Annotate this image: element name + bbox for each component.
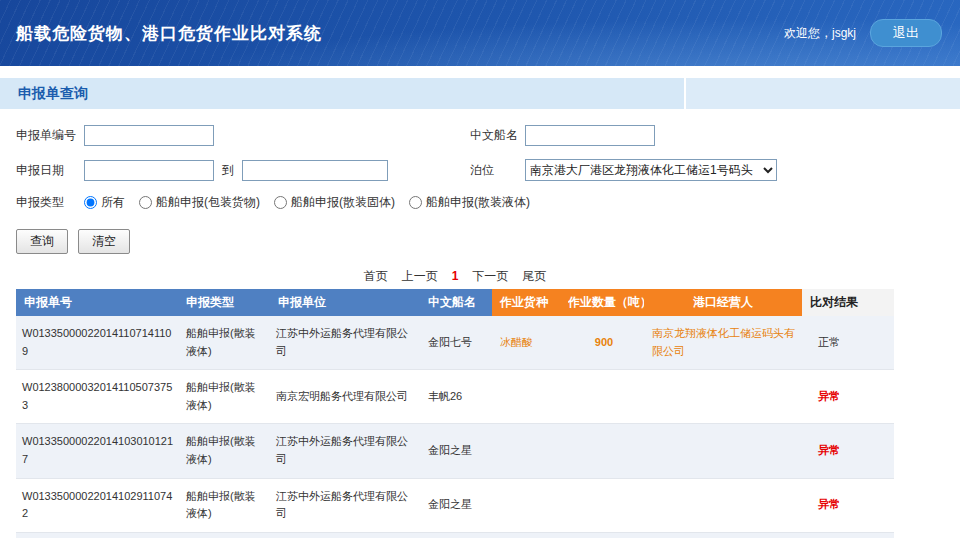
result-cell: 异常	[802, 478, 894, 532]
table-row: W012380000320141105073753 船舶申报(散装液体) 南京宏…	[16, 370, 894, 424]
cell-ship-name: 金阳之星	[420, 424, 492, 478]
query-form: 申报单编号 中文船名 申报日期 到 泊位 南京港大厂港区龙翔液体化工储运1号码头…	[0, 109, 960, 211]
page-prev-link[interactable]: 上一页	[402, 269, 438, 283]
date-to-label: 到	[222, 162, 234, 179]
cell-cargo-type: 甲醇	[492, 532, 568, 538]
cell-decl-type: 船舶申报(散装液体)	[178, 478, 270, 532]
radio-all[interactable]	[84, 196, 97, 209]
header-cargo-qty: 作业数量（吨）	[568, 289, 644, 316]
cell-cargo-qty: 900	[568, 316, 644, 370]
date-label: 申报日期	[16, 162, 84, 179]
table-row: W013350000220141030101217 船舶申报(散装液体) 江苏中…	[16, 424, 894, 478]
table-header-row: 申报单号 申报类型 申报单位 中文船名 作业货种 作业数量（吨） 港口经营人 比…	[16, 289, 894, 316]
pagination: 首页上一页1下一页尾页	[16, 268, 894, 285]
page-first-link[interactable]: 首页	[364, 269, 388, 283]
table-row: W013350000220141029110742 船舶申报(散装液体) 江苏中…	[16, 478, 894, 532]
decl-type-label: 申报类型	[16, 194, 84, 211]
cell-decl-no: W012380000320141105073753	[16, 370, 178, 424]
cell-decl-no: W013350000220141029110742	[16, 478, 178, 532]
header-decl-type: 申报类型	[178, 289, 270, 316]
clear-button[interactable]: 清空	[78, 229, 130, 254]
header-decl-unit: 申报单位	[270, 289, 420, 316]
header-decl-no: 申报单号	[16, 289, 178, 316]
decl-type-option-packaged[interactable]: 船舶申报(包装货物)	[139, 194, 260, 211]
decl-type-radio-group: 所有 船舶申报(包装货物) 船舶申报(散装固体) 船舶申报(散装液体)	[84, 194, 530, 211]
cell-decl-type: 船舶申报(散装液体)	[178, 532, 270, 538]
cell-cargo-qty	[568, 370, 644, 424]
app-title: 船载危险货物、港口危货作业比对系统	[16, 22, 322, 45]
ship-name-group: 中文船名	[470, 125, 655, 146]
radio-bulk-solid[interactable]	[274, 196, 287, 209]
radio-bulk-liquid-label: 船舶申报(散装液体)	[426, 194, 530, 211]
cell-port-operator	[644, 478, 802, 532]
query-button[interactable]: 查询	[16, 229, 68, 254]
table-row: W013350000220141107141109 船舶申报(散装液体) 江苏中…	[16, 316, 894, 370]
page-next-link[interactable]: 下一页	[472, 269, 508, 283]
results-table: 申报单号 申报类型 申报单位 中文船名 作业货种 作业数量（吨） 港口经营人 比…	[16, 289, 894, 538]
cell-decl-unit: 江苏中外运船务代理有限公司	[270, 424, 420, 478]
cell-decl-type: 船舶申报(散装液体)	[178, 370, 270, 424]
date-group: 申报日期 到	[16, 160, 470, 181]
berth-select[interactable]: 南京港大厂港区龙翔液体化工储运1号码头	[525, 159, 777, 181]
section-title: 申报单查询	[0, 85, 88, 103]
header-right: 欢迎您，jsgkj 退出	[784, 19, 942, 47]
cell-ship-name: 金阳七号	[420, 316, 492, 370]
radio-packaged[interactable]	[139, 196, 152, 209]
cell-decl-unit: 江西东港航运有限公司	[270, 532, 420, 538]
cell-cargo-qty	[568, 478, 644, 532]
result-cell: 异常	[802, 370, 894, 424]
result-cell: 异常	[802, 424, 894, 478]
decl-type-option-all[interactable]: 所有	[84, 194, 125, 211]
section-header: 申报单查询	[0, 78, 960, 109]
cell-cargo-type	[492, 478, 568, 532]
radio-bulk-liquid[interactable]	[409, 196, 422, 209]
form-row-3: 申报类型 所有 船舶申报(包装货物) 船舶申报(散装固体) 船舶申报(散装液体)	[16, 194, 960, 211]
cell-ship-name: 金阳之星	[420, 478, 492, 532]
cell-decl-type: 船舶申报(散装液体)	[178, 424, 270, 478]
cell-port-operator: 南京龙翔液体化工储运码头有限公司	[644, 532, 802, 538]
logout-button[interactable]: 退出	[870, 19, 942, 47]
cell-cargo-type	[492, 370, 568, 424]
form-row-2: 申报日期 到 泊位 南京港大厂港区龙翔液体化工储运1号码头	[16, 159, 960, 181]
radio-bulk-solid-label: 船舶申报(散装固体)	[291, 194, 395, 211]
date-to-input[interactable]	[242, 160, 388, 181]
date-from-input[interactable]	[84, 160, 214, 181]
cell-decl-unit: 南京宏明船务代理有限公司	[270, 370, 420, 424]
cell-decl-no: W013350000220141030101217	[16, 424, 178, 478]
cell-ship-name: 赣东港化166	[420, 532, 492, 538]
ship-name-input[interactable]	[525, 125, 655, 146]
cell-port-operator	[644, 424, 802, 478]
page-last-link[interactable]: 尾页	[522, 269, 546, 283]
cell-cargo-qty	[568, 424, 644, 478]
decl-type-option-bulk-liquid[interactable]: 船舶申报(散装液体)	[409, 194, 530, 211]
cell-port-operator: 南京龙翔液体化工储运码头有限公司	[644, 316, 802, 370]
page-current: 1	[452, 269, 459, 283]
header-compare-result: 比对结果	[802, 289, 894, 316]
cell-cargo-qty: 600	[568, 532, 644, 538]
cell-decl-no: W013350000220141107141109	[16, 316, 178, 370]
berth-group: 泊位 南京港大厂港区龙翔液体化工储运1号码头	[470, 159, 777, 181]
berth-label: 泊位	[470, 162, 525, 179]
cell-decl-type: 船舶申报(散装液体)	[178, 316, 270, 370]
header-cargo-type: 作业货种	[492, 289, 568, 316]
section-header-right-segment	[684, 78, 960, 109]
header-port-operator: 港口经营人	[644, 289, 802, 316]
form-buttons: 查询 清空	[16, 229, 960, 254]
result-cell: 正常	[802, 316, 894, 370]
form-row-1: 申报单编号 中文船名	[16, 125, 960, 146]
app-header: 船载危险货物、港口危货作业比对系统 欢迎您，jsgkj 退出	[0, 0, 960, 66]
cell-decl-unit: 江苏中外运船务代理有限公司	[270, 316, 420, 370]
decl-no-input[interactable]	[84, 125, 214, 146]
result-cell: 正常	[802, 532, 894, 538]
decl-type-option-bulk-solid[interactable]: 船舶申报(散装固体)	[274, 194, 395, 211]
header-ship-name: 中文船名	[420, 289, 492, 316]
cell-cargo-type: 冰醋酸	[492, 316, 568, 370]
ship-name-label: 中文船名	[470, 127, 525, 144]
cell-port-operator	[644, 370, 802, 424]
decl-no-group: 申报单编号	[16, 125, 470, 146]
cell-decl-unit: 江苏中外运船务代理有限公司	[270, 478, 420, 532]
cell-cargo-type	[492, 424, 568, 478]
cell-ship-name: 丰帆26	[420, 370, 492, 424]
radio-all-label: 所有	[101, 194, 125, 211]
decl-no-label: 申报单编号	[16, 127, 84, 144]
